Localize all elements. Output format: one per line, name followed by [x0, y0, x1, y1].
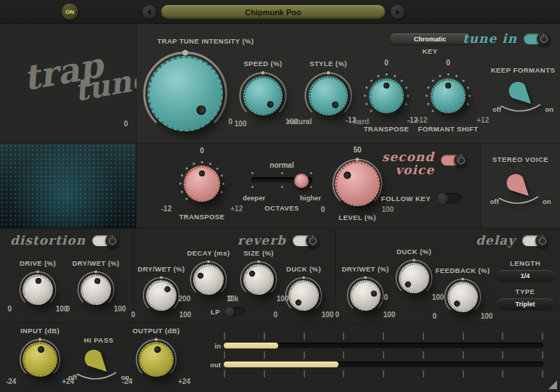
hipass-control: HI PASS offon	[70, 336, 127, 381]
meter-out-label: out	[206, 361, 221, 369]
keep-formants-control: KEEP FORMANTS offon	[490, 66, 556, 113]
delay-section: delay DRY/WET (%) 0100 DUCK (%) 0100 FEE…	[336, 229, 560, 323]
power-icon	[454, 153, 468, 167]
trap-tune-logo: trap tune	[8, 40, 153, 117]
keep-formants-label: KEEP FORMANTS	[491, 66, 556, 74]
speed-label: SPEED (%)	[243, 60, 282, 68]
transpose-knob[interactable]: -12+12	[360, 69, 413, 123]
input-knob[interactable]: -24+24	[17, 337, 62, 382]
sv-transpose-label: TRANSPOSE	[179, 213, 225, 221]
delay-title: delay	[476, 234, 516, 247]
reverb-toggle[interactable]	[293, 235, 317, 246]
power-icon	[537, 32, 551, 46]
knob-indicator-dot	[197, 272, 205, 280]
knob-indicator-dot	[37, 346, 44, 354]
octaves-normal-label: normal	[269, 161, 293, 170]
lever-pointer	[494, 78, 552, 116]
distortion-toggle[interactable]	[92, 235, 117, 246]
speed-knob[interactable]: 0100	[237, 70, 289, 122]
dist-drywet-knob[interactable]: 0100	[76, 269, 116, 310]
knob-indicator-dot	[404, 280, 412, 288]
output-meter	[224, 362, 543, 367]
tune-in-toggle[interactable]	[524, 33, 548, 44]
soundevice-badge-panel: SOUNDEVICE	[0, 144, 137, 229]
knob-indicator-dot	[195, 103, 208, 116]
tune-in-title: tune in	[463, 33, 517, 45]
decay-knob[interactable]: 20010k	[188, 259, 229, 300]
arrow-right-icon	[396, 9, 400, 15]
second-voice-toggle[interactable]	[441, 155, 466, 166]
octaves-slider[interactable]	[251, 177, 312, 184]
arrow-left-icon	[147, 9, 151, 15]
speed-knob-group: SPEED (%) 0100	[237, 60, 289, 122]
power-on-button[interactable]: ON	[62, 4, 78, 20]
knob-indicator-dot	[94, 278, 100, 285]
type-dropdown[interactable]: Triplet	[497, 298, 553, 309]
octaves-control: normal deeperhigher OCTAVES	[245, 161, 318, 212]
delay-toggle[interactable]	[522, 235, 547, 246]
deeper-label: deeper	[243, 194, 265, 202]
rev-duck-knob-group: DUCK (%) 0100	[283, 265, 324, 316]
resize-handle[interactable]	[548, 380, 557, 389]
delay-duck-knob-group: DUCK (%) 0100	[394, 248, 434, 298]
length-dropdown[interactable]: 1/4	[497, 270, 553, 281]
delay-drywet-knob-group: DRY/WET (%) 0100	[345, 265, 386, 316]
input-meter-fill	[224, 343, 278, 348]
output-meter-fill	[224, 362, 338, 367]
toggle-handle	[437, 193, 448, 204]
formant-zero-label: 0	[446, 59, 450, 68]
sv-level-knob[interactable]: 0100	[330, 156, 385, 211]
knob-indicator-dot	[266, 99, 275, 109]
formant-shift-knob[interactable]: -12+12	[421, 69, 475, 123]
preset-selector[interactable]: Chipmunk Poo	[161, 5, 385, 19]
distortion-title: distortion	[10, 234, 86, 247]
drive-knob[interactable]: 0100	[17, 269, 58, 310]
rev-drywet-knob[interactable]: 0100	[141, 275, 182, 316]
delay-drywet-knob[interactable]: 0100	[345, 275, 386, 316]
key-dropdown[interactable]: Chromatic	[390, 33, 470, 44]
meter-scale-ticks	[224, 351, 543, 359]
octaves-slider-handle[interactable]	[294, 173, 309, 188]
second-voice-header: second voice	[382, 151, 466, 177]
second-voice-title: second voice	[382, 151, 434, 177]
transpose-zero-label: 0	[384, 59, 389, 68]
toggle-handle	[225, 307, 235, 317]
sv-transpose-knob[interactable]: -12+12	[175, 157, 229, 211]
knob-indicator-dot	[153, 346, 161, 354]
logo-panel: trap tune	[0, 24, 137, 144]
preset-next-button[interactable]	[391, 5, 405, 19]
decay-knob-group: DECAY (ms) 20010k	[188, 249, 229, 300]
knob-indicator-dot	[248, 270, 256, 278]
distortion-section: distortion DRIVE (%) 0100 DRY/WET (%) 01…	[0, 229, 134, 323]
lp-label: LP	[211, 308, 220, 316]
size-knob[interactable]: 0100	[238, 259, 279, 300]
preset-name: Chipmunk Poo	[245, 8, 301, 17]
follow-key-toggle[interactable]	[437, 193, 462, 204]
lp-toggle[interactable]	[225, 307, 245, 317]
rev-duck-knob[interactable]: 0100	[283, 275, 324, 316]
feedback-knob-group: FEEDBACK (%) 0100	[442, 266, 483, 317]
drive-label: DRIVE (%)	[20, 259, 56, 268]
delay-drywet-label: DRY/WET (%)	[341, 265, 389, 274]
feedback-label: FEEDBACK (%)	[436, 266, 490, 275]
meter-scale-ticks	[224, 332, 543, 340]
io-section: INPUT (dB) -24+24 HI PASS offon OUTPUT (…	[0, 323, 560, 392]
meter-scale-ticks	[224, 370, 543, 377]
keep-formants-lever[interactable]: offon	[492, 78, 553, 113]
feedback-knob[interactable]: 0100	[442, 277, 483, 317]
preset-prev-button[interactable]	[142, 5, 156, 19]
trap-tune-intensity-knob[interactable]: 0100	[139, 47, 232, 140]
stereo-voice-lever[interactable]: offon	[490, 171, 551, 205]
stereo-voice-label: STEREO VOICE	[492, 155, 548, 163]
style-knob[interactable]: naturalhard	[302, 70, 354, 122]
length-value: 1/4	[521, 272, 530, 279]
decay-label: DECAY (ms)	[187, 249, 230, 258]
hipass-lever[interactable]: offon	[68, 346, 129, 381]
distortion-header: distortion	[10, 234, 117, 247]
delay-duck-knob[interactable]: 0100	[394, 258, 434, 298]
sv-transpose-zero-label: 0	[200, 147, 204, 155]
delay-options: LENGTH 1/4 TYPE Triplet	[496, 259, 554, 309]
output-knob-group: OUTPUT (dB) -24+24	[134, 327, 179, 382]
tune-in-header: tune in	[463, 33, 548, 45]
output-knob[interactable]: -24+24	[134, 337, 179, 382]
